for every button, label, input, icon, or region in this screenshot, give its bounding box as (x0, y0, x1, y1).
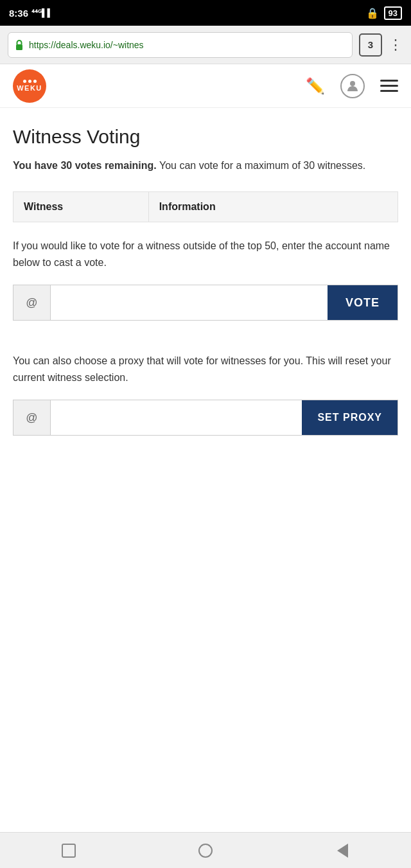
lock-status-icon: 🔒 (366, 7, 379, 19)
votes-bold: You have 30 votes remaining. (13, 160, 157, 171)
vote-button[interactable]: VOTE (328, 285, 398, 320)
time-display: 8:36 (9, 8, 28, 19)
back-button[interactable] (56, 838, 82, 864)
votes-info-text: You have 30 votes remaining. You can vot… (13, 158, 398, 173)
svg-point-1 (350, 81, 355, 86)
browser-bar: https://deals.weku.io/~witnes 3 ⋮ (0, 26, 411, 64)
vote-at-symbol: @ (13, 285, 51, 320)
status-bar: 8:36 ⁴⁴ᴳ▌▌ 🔒 93 (0, 0, 411, 26)
status-time-signal: 8:36 ⁴⁴ᴳ▌▌ (9, 8, 53, 19)
weku-logo: WEKU (13, 69, 46, 103)
status-right-icons: 🔒 93 (366, 6, 402, 20)
nav-header: WEKU ✏️ (0, 64, 411, 108)
circle-nav-icon (198, 844, 213, 858)
col-witness: Witness (13, 192, 149, 222)
vote-account-input[interactable] (51, 285, 328, 320)
battery-display: 93 (384, 6, 402, 20)
proxy-description: You can also choose a proxy that will vo… (13, 353, 398, 385)
svg-rect-0 (16, 44, 22, 50)
proxy-account-input[interactable] (51, 400, 302, 435)
square-nav-icon (62, 844, 76, 858)
triangle-nav-icon (337, 844, 348, 858)
url-bar[interactable]: https://deals.weku.io/~witnes (8, 32, 353, 58)
table-header: Witness Information (13, 191, 398, 222)
main-content: Witness Voting You have 30 votes remaini… (0, 108, 411, 493)
browser-menu-button[interactable]: ⋮ (389, 37, 403, 53)
user-profile-icon[interactable] (340, 74, 365, 98)
proxy-input-row: @ SET PROXY (13, 400, 398, 436)
url-text: https://deals.weku.io/~witnes (29, 40, 144, 50)
set-proxy-button[interactable]: SET PROXY (302, 400, 398, 435)
logo-dots (23, 80, 37, 83)
col-information: Information (149, 192, 398, 222)
proxy-at-symbol: @ (13, 400, 51, 435)
page-title: Witness Voting (13, 126, 398, 148)
lock-icon (15, 39, 24, 51)
edit-pen-icon[interactable]: ✏️ (306, 77, 325, 95)
votes-rest: You can vote for a maximum of 30 witness… (157, 160, 366, 171)
vote-description: If you would like to vote for a witness … (13, 238, 398, 270)
bottom-nav (0, 832, 411, 868)
tab-count[interactable]: 3 (359, 33, 382, 57)
hamburger-menu-button[interactable] (380, 80, 398, 92)
signal-indicator: ⁴⁴ᴳ▌▌ (31, 8, 53, 17)
vote-input-row: @ VOTE (13, 285, 398, 321)
nav-icons: ✏️ (306, 74, 398, 98)
home-button[interactable] (193, 838, 218, 864)
forward-button[interactable] (329, 838, 355, 864)
